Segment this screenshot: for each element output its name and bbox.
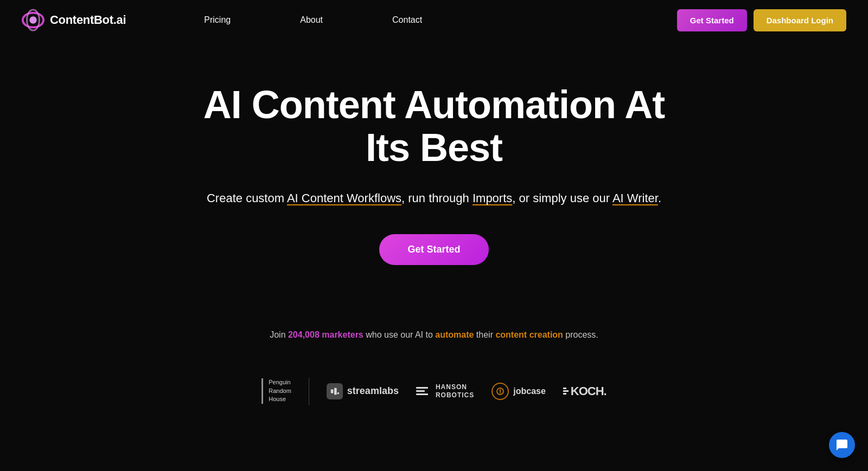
social-proof-text: Join 204,008 marketers who use our AI to…	[22, 330, 846, 340]
social-prefix: Join	[270, 330, 288, 339]
streamlabs-logo: streamlabs	[327, 383, 399, 399]
hanson-text: HANSONROBOTICS	[436, 383, 474, 399]
hero-subtitle-text2: , run through	[401, 191, 473, 205]
hero-subtitle-aiwriter: AI Writer	[612, 191, 658, 205]
koch-text: KOCH.	[571, 384, 607, 398]
logo-divider	[309, 378, 309, 405]
header-actions: Get Started Dashboard Login	[677, 9, 846, 31]
svg-rect-3	[331, 389, 334, 393]
hero-title: AI Content Automation At Its Best	[190, 83, 678, 169]
get-started-button-hero[interactable]: Get Started	[379, 234, 488, 265]
header: ContentBot.ai Pricing About Contact Get …	[0, 0, 868, 40]
hanson-robotics-logo: HANSONROBOTICS	[416, 383, 474, 399]
nav-about[interactable]: About	[265, 10, 358, 30]
svg-rect-4	[334, 388, 337, 395]
svg-point-2	[29, 16, 36, 23]
penguin-logo: PenguinRandomHouse	[261, 378, 291, 403]
streamlabs-text: streamlabs	[347, 385, 399, 397]
hero-section: AI Content Automation At Its Best Create…	[0, 40, 868, 298]
koch-bars-icon	[563, 388, 569, 395]
jobcase-icon	[492, 383, 509, 400]
dashboard-login-button[interactable]: Dashboard Login	[754, 9, 846, 31]
penguin-text: PenguinRandomHouse	[269, 378, 291, 403]
nav-contact[interactable]: Contact	[358, 10, 457, 30]
social-suffix: process.	[563, 330, 598, 339]
social-mid: who use our AI to	[363, 330, 436, 339]
logo-icon	[22, 9, 44, 31]
brand-logos-section: PenguinRandomHouse streamlabs HANSONROBO…	[0, 362, 868, 427]
streamlabs-icon	[327, 383, 343, 399]
hero-subtitle-text3: , or simply use our	[512, 191, 612, 205]
social-proof-section: Join 204,008 marketers who use our AI to…	[0, 298, 868, 362]
get-started-button-header[interactable]: Get Started	[677, 9, 747, 31]
chat-icon	[835, 438, 848, 451]
logo-text: ContentBot.ai	[50, 13, 126, 27]
jobcase-logo: jobcase	[492, 383, 546, 400]
chat-widget-button[interactable]	[829, 432, 855, 458]
social-content-creation: content creation	[495, 330, 563, 339]
main-nav: Pricing About Contact	[169, 10, 457, 30]
social-post: their	[474, 330, 495, 339]
social-automate: automate	[435, 330, 474, 339]
koch-logo: KOCH.	[563, 384, 607, 398]
hero-subtitle-imports: Imports	[473, 191, 512, 205]
social-count: 204,008 marketers	[288, 330, 363, 339]
hero-subtitle: Create custom AI Content Workflows, run …	[207, 189, 661, 208]
hanson-bars-icon	[416, 387, 428, 395]
svg-point-5	[337, 392, 339, 394]
nav-pricing[interactable]: Pricing	[169, 10, 265, 30]
logo-area[interactable]: ContentBot.ai	[22, 9, 126, 31]
hero-subtitle-text1: Create custom	[207, 191, 287, 205]
hero-subtitle-period: .	[658, 191, 661, 205]
hero-subtitle-workflows: AI Content Workflows	[287, 191, 401, 205]
jobcase-text: jobcase	[513, 386, 546, 396]
